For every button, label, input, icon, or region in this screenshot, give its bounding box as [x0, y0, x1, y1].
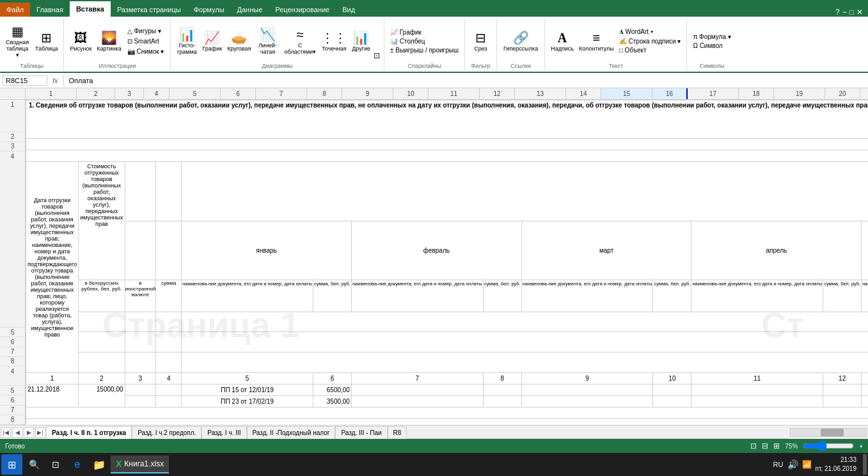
view-page-layout-btn[interactable]: ⊟ — [762, 441, 768, 450]
d1b-c13[interactable] — [862, 396, 868, 408]
show-desktop-btn[interactable] — [863, 454, 867, 475]
data1-feb-sum[interactable] — [483, 385, 521, 396]
d1b-c10[interactable] — [653, 396, 691, 408]
data1-mar-sum[interactable] — [653, 385, 691, 396]
col-header-14[interactable]: 14 — [566, 88, 601, 99]
tab-nav-left[interactable]: ◀ — [12, 427, 22, 438]
vygrysh-btn[interactable]: ± Выигрыш / проигрыш — [388, 46, 461, 54]
d1b-c3[interactable] — [125, 396, 156, 408]
tab-view[interactable]: Вид — [336, 3, 361, 17]
zoom-slider[interactable] — [803, 443, 854, 449]
d1b-jan-sum[interactable]: 3500,00 — [313, 396, 351, 408]
taskbar-folder[interactable]: 📁 — [89, 456, 109, 473]
col-header-16[interactable]: 16 — [652, 88, 688, 99]
function-wizard-btn[interactable]: fx — [50, 77, 61, 84]
tab-nav-right[interactable]: ▶ — [24, 427, 34, 438]
data1-feb-doc[interactable] — [351, 385, 483, 396]
col-header-17[interactable]: 17 — [688, 88, 739, 99]
d1b-c7[interactable] — [351, 396, 483, 408]
taskbar-network[interactable]: 📶 — [802, 460, 812, 469]
data1-c4[interactable] — [156, 385, 182, 396]
col-header-19[interactable]: 19 — [774, 88, 825, 99]
data1-cost[interactable]: 15000,00 — [79, 385, 125, 408]
col-header-18[interactable]: 18 — [739, 88, 774, 99]
tab-data[interactable]: Данные — [231, 3, 269, 17]
col-header-5[interactable]: 5 — [170, 88, 221, 99]
col-header-10[interactable]: 10 — [393, 88, 429, 99]
sheet-tab-razd1-2[interactable]: Разд. I ч.2 предопл. — [132, 426, 201, 439]
wordart-btn[interactable]: 𝐀 WordArt ▾ — [617, 28, 683, 36]
cell-reference-input[interactable]: R8C15 — [3, 75, 47, 86]
sheet-tab-razd3[interactable]: Разд. III - Паи — [335, 426, 387, 439]
horizontal-scrollbar[interactable] — [790, 428, 867, 437]
col-header-6[interactable]: 6 — [221, 88, 256, 99]
d1b-c12[interactable] — [823, 396, 862, 408]
obekt-btn[interactable]: □ Объект — [617, 46, 683, 54]
sheet-tab-razd1[interactable]: Разд. I ч. II п. 1 отгрузка — [46, 426, 132, 439]
nadpis-btn[interactable]: AНадпись — [549, 29, 576, 53]
s-oblastyami-btn[interactable]: ≈Собластями▾ — [282, 26, 318, 56]
taskbar-ie[interactable]: e — [67, 456, 88, 473]
d1b-c11[interactable] — [691, 396, 823, 408]
d1b-jan-doc[interactable]: ПП 23 от 17/02/19 — [182, 396, 313, 408]
sheet-tab-razd2[interactable]: Разд. II -Подходный налог — [247, 426, 336, 439]
figury-btn[interactable]: △ Фигуры ▾ — [125, 26, 167, 36]
formula-symbol-btn[interactable]: π Формула ▾ — [691, 33, 732, 41]
close-icon[interactable]: ✕ — [856, 8, 863, 17]
taskbar-excel[interactable]: X Книга1.xlsx — [111, 456, 169, 473]
taskbar-search[interactable]: 🔍 — [24, 456, 44, 473]
smartart-btn[interactable]: ⊡ SmartArt — [125, 36, 167, 46]
col-header-9[interactable]: 9 — [342, 88, 393, 99]
col-header-4[interactable]: 4 — [144, 88, 170, 99]
krugovaya-btn[interactable]: 🥧Круговая — [225, 29, 253, 53]
table-btn[interactable]: ⊞ Таблица — [33, 29, 59, 53]
taskbar-lang[interactable]: RU — [773, 461, 784, 468]
taskbar-clock[interactable]: 21:33 пт, 21.06.2019 — [816, 456, 861, 473]
data1-mar-doc[interactable] — [521, 385, 653, 396]
d1b-c8[interactable] — [483, 396, 521, 408]
taskbar-task-view[interactable]: ⊡ — [45, 456, 66, 473]
col-header-21[interactable]: 21 — [860, 88, 868, 99]
data-row-1-bot[interactable]: ПП 23 от 17/02/19 3500,00 — [26, 396, 869, 408]
col-header-3[interactable]: 3 — [115, 88, 144, 99]
gistogramma-btn[interactable]: 📊Гисто-грамма — [175, 26, 199, 56]
stolbec-sparkline-btn[interactable]: 📊 Столбец — [388, 37, 461, 45]
snimok-btn[interactable]: 📷 Снимок ▾ — [125, 47, 167, 56]
d1b-c9[interactable] — [521, 396, 653, 408]
tab-nav-right-right[interactable]: ▶| — [35, 427, 45, 438]
kolontituly-btn[interactable]: ≡Колонтитулы — [577, 29, 616, 53]
sheet-tab-r8[interactable]: R8 — [388, 426, 407, 439]
data1-may-doc[interactable] — [862, 385, 868, 396]
tab-page-layout[interactable]: Разметка страницы — [111, 3, 187, 17]
help-icon[interactable]: ? — [835, 8, 840, 17]
col-header-7[interactable]: 7 — [256, 88, 307, 99]
data1-apr-sum[interactable] — [823, 385, 862, 396]
tab-file[interactable]: Файл — [0, 3, 30, 17]
data1-jan-doc[interactable]: ПП 15 от 12/01/19 — [182, 385, 313, 396]
d1b-c4[interactable] — [156, 396, 182, 408]
tab-review[interactable]: Рецензирование — [269, 3, 336, 17]
picture-btn[interactable]: 🖼Рисунок — [68, 29, 93, 53]
col-header-12[interactable]: 12 — [480, 88, 515, 99]
col-header-15[interactable]: 15 — [601, 88, 652, 99]
col-header-8[interactable]: 8 — [307, 88, 342, 99]
restore-icon[interactable]: □ — [849, 8, 854, 17]
sheet-tab-razd1-3[interactable]: Разд. I ч. III — [201, 426, 246, 439]
tab-formulas[interactable]: Формулы — [187, 3, 231, 17]
simvol-btn[interactable]: Ω Символ — [691, 42, 732, 50]
start-button[interactable]: ⊞ — [1, 454, 22, 475]
col-header-11[interactable]: 11 — [429, 88, 480, 99]
col-header-13[interactable]: 13 — [515, 88, 566, 99]
formula-input[interactable]: Оплата — [67, 76, 865, 85]
svodnaya-tablica-btn[interactable]: ▦ Своднаятаблица▾ — [4, 22, 31, 60]
view-page-break-btn[interactable]: ⊞ — [773, 441, 780, 450]
col-header-20[interactable]: 20 — [825, 88, 860, 99]
col-header-1[interactable]: 1 — [26, 88, 77, 99]
tab-insert[interactable]: Вставка — [70, 1, 111, 17]
tab-nav-left-left[interactable]: |◀ — [1, 427, 11, 438]
tab-home[interactable]: Главная — [30, 3, 70, 17]
data1-date[interactable]: 21.12.2018 — [26, 385, 79, 408]
kartinka-btn[interactable]: 🌄Картинка — [95, 29, 123, 53]
col-header-2[interactable]: 2 — [77, 88, 115, 99]
data1-jan-sum[interactable]: 6500,00 — [313, 385, 351, 396]
